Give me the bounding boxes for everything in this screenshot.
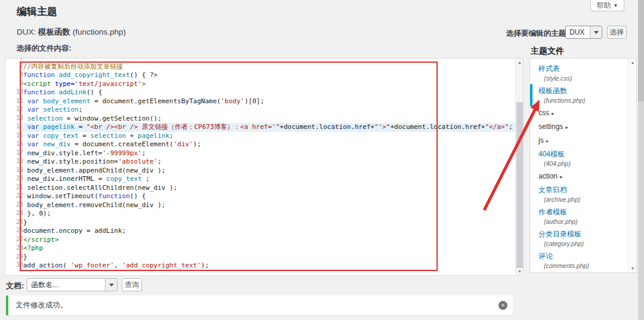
line-number: 23 [5,201,24,210]
choose-theme-button[interactable]: 选择 [607,26,627,39]
file-name: (404.php) [538,160,628,167]
line-number: 21 [5,184,24,193]
sidebar-file-functions.php[interactable]: 模板函数(functions.php) [530,84,628,106]
theme-select[interactable]: DUX [565,26,602,39]
file-content-label: 选择的文件内容: [17,44,72,54]
line-number: 22 [5,192,24,201]
line-number: 8 [5,71,24,80]
scroll-down-icon[interactable]: ▼ [516,267,524,275]
file-name: (comments.php) [538,262,628,269]
file-link[interactable]: 作者模板 [538,208,628,216]
line-number: 19 [5,167,24,176]
code-line-17[interactable]: new_div.style.left='-99999px'; [23,149,515,158]
line-number: 7 [5,63,24,72]
chevron-down-icon: ▼ [614,3,618,8]
scroll-down-icon[interactable]: ▼ [628,264,637,272]
scroll-up-icon[interactable]: ▲ [628,59,637,66]
sidebar-file-content-404.php[interactable]: content-404.php [530,272,628,273]
sidebar-file-archive.php[interactable]: 文章归档(archive.php) [530,183,628,205]
line-number: 25 [5,219,24,227]
line-number: 6 [5,58,24,63]
code-line-12[interactable]: var selection; [23,106,515,115]
documentation-label: 文档: [6,281,24,291]
code-line-29[interactable]: } [23,253,515,262]
code-line-9[interactable]: <script type='text/javascript'> [23,80,515,89]
line-number: 20 [5,175,24,184]
success-notice-text: 文件修改成功。 [8,300,68,310]
code-line-25[interactable]: } [23,219,515,227]
folder-label: settings [538,122,563,131]
sidebar-folder-action[interactable]: action▸ [530,170,628,183]
theme-file-list[interactable]: 样式表(style.css)模板函数(functions.php)css▸set… [530,58,637,273]
sidebar-file-404.php[interactable]: 404模板(404.php) [530,147,628,170]
theme-files-heading: 主题文件 [531,46,564,57]
code-editor[interactable]: 6789101112131415161718192021222324252627… [5,58,524,276]
file-list-scrollbar[interactable]: ▲ ▼ [628,59,636,272]
sidebar-folder-css[interactable]: css▸ [530,106,628,120]
code-line-6[interactable] [23,58,515,63]
code-line-28[interactable]: <?php [23,244,515,253]
sidebar-folder-settings[interactable]: settings▸ [530,120,628,134]
lookup-button[interactable]: 查询 [122,278,142,291]
sidebar-file-style.css[interactable]: 样式表(style.css) [530,62,628,84]
help-button[interactable]: 帮助 ▼ [590,0,624,11]
line-number: 11 [5,97,24,106]
line-number: 18 [5,158,24,167]
scroll-up-icon[interactable]: ▲ [516,59,524,66]
file-subtitle: DUX: 模板函数 (functions.php) [17,27,126,38]
line-number: 17 [5,149,24,158]
folder-label: css [538,109,549,117]
file-link[interactable]: 评论 [538,252,628,260]
chevron-down-icon [590,26,602,38]
sidebar-folder-js[interactable]: js▸ [530,134,628,147]
line-number: 13 [5,115,24,124]
line-number: 29 [5,253,24,262]
line-number: 12 [5,106,24,115]
editor-scrollbar-thumb[interactable] [516,102,523,268]
page-scrollbar-thumb[interactable] [638,0,644,101]
sidebar-file-comments.php[interactable]: 评论(comments.php) [530,250,628,272]
code-line-18[interactable]: new_div.style.position='absolute'; [23,158,515,167]
dismiss-icon[interactable]: × [499,301,507,310]
code-line-15[interactable]: var copy_text = selection + pagelink; [23,132,515,141]
code-line-8[interactable]: function add_copyright_text() { ?> [23,71,515,80]
folder-expand-icon: ▸ [560,174,563,180]
function-name-select[interactable]: 函数名... [27,278,117,291]
line-number: 27 [5,236,24,245]
line-number: 24 [5,210,24,219]
code-line-27[interactable]: </script> [23,236,515,245]
file-link[interactable]: 样式表 [538,64,628,73]
code-content[interactable]: //内容被复制后自动添加文章链接function add_copyright_t… [23,58,515,270]
help-label: 帮助 [597,1,611,11]
file-link[interactable]: 文章归档 [538,186,628,194]
code-line-23[interactable]: body_element.removeChild(new_div ); [23,201,515,210]
file-link[interactable]: 404模板 [538,150,628,158]
chevron-down-icon [105,279,117,291]
code-line-13[interactable]: selection = window.getSelection(); [23,115,515,124]
code-line-11[interactable]: var body_element = document.getElementsB… [23,97,515,106]
file-link[interactable]: 模板函数 [538,87,628,95]
line-number: 28 [5,244,24,253]
code-line-7[interactable]: //内容被复制后自动添加文章链接 [23,63,515,72]
file-link[interactable]: 分类目录模板 [538,230,628,238]
code-line-22[interactable]: window.setTimeout(function() { [23,192,515,201]
code-line-21[interactable]: selection.selectAllChildren(new_div ); [23,184,515,193]
code-line-16[interactable]: var new_div = document.createElement('di… [23,140,515,149]
code-line-24[interactable]: }, 0); [23,210,515,219]
code-line-14[interactable]: var pagelink = "<br /><br /> 原文链接（作者：CP6… [20,123,516,132]
code-line-10[interactable]: function addLink() { [23,88,515,97]
code-line-26[interactable]: document.oncopy = addLink; [23,227,515,236]
code-line-30[interactable]: add_action( 'wp_footer', 'add_copyright_… [23,261,515,270]
line-number: 10 [5,88,24,97]
folder-expand-icon: ▸ [546,138,549,144]
folder-label: action [538,172,558,180]
editor-scrollbar[interactable]: ▲ ▼ [515,59,523,275]
page-scrollbar[interactable] [638,0,644,320]
code-line-20[interactable]: new_div.innerHTML = copy_text ; [23,175,515,184]
success-notice: 文件修改成功。 × [6,296,513,315]
file-name: (functions.php) [538,97,628,104]
sidebar-file-category.php[interactable]: 分类目录模板(category.php) [530,227,628,250]
sidebar-file-author.php[interactable]: 作者模板(author.php) [530,205,628,227]
code-line-19[interactable]: body_element.appendChild(new_div ); [23,167,515,176]
line-number: 16 [5,140,24,149]
